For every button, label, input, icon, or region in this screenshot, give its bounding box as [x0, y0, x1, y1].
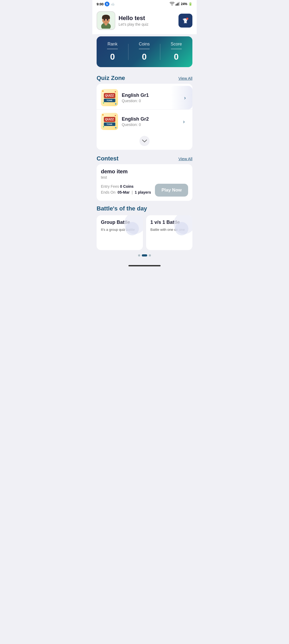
greeting-text: Hello test — [119, 15, 149, 22]
battle-card-deco-4 — [175, 222, 188, 235]
chevron-down-icon — [139, 136, 150, 146]
quiz-info-2: English Gr2 Question: 0 — [122, 116, 180, 127]
svg-rect-3 — [179, 2, 180, 6]
dot-3 — [149, 254, 151, 256]
ends-on-row: Ends On 05-Mar | 1 players — [101, 190, 151, 194]
header: Hello test Let's play the quiz ! — [92, 8, 197, 34]
quiz-chevron-1: › — [181, 93, 189, 102]
score-label: Score — [171, 42, 182, 47]
quiz-name-2: English Gr2 — [122, 116, 180, 122]
battery-display: 24% — [181, 2, 187, 6]
quiz-zone-card: QUIZZ TONE English Gr1 Question: 0 › QUI… — [97, 84, 192, 150]
stat-separator-1 — [128, 44, 128, 60]
quiz-item-2[interactable]: QUIZZ TONE English Gr2 Question: 0 › — [97, 110, 192, 133]
time-display: 9:00 — [97, 2, 104, 6]
status-left: 9:00 S ☁️ — [97, 2, 115, 6]
quiz-zone-title: Quiz Zone — [97, 75, 125, 82]
quiz-chevron-2: › — [180, 117, 188, 126]
svg-rect-1 — [177, 3, 177, 6]
coins-divider — [139, 49, 150, 49]
score-value: 0 — [171, 52, 182, 62]
status-right: 24% 🔋 — [170, 2, 192, 6]
dot-1 — [138, 254, 140, 256]
contest-details: Entry Fees 0 Coins Ends On 05-Mar | 1 pl… — [101, 184, 188, 197]
wifi-icon — [170, 2, 174, 6]
trophy-icon: ! — [182, 17, 189, 24]
rank-label: Rank — [107, 42, 118, 47]
contest-card: demo item test Entry Fees 0 Coins Ends O… — [97, 164, 192, 201]
dot-2-active — [142, 254, 147, 256]
quiz-questions-2: Question: 0 — [122, 122, 180, 127]
header-text: Hello test Let's play the quiz — [119, 15, 149, 26]
avatar-image — [98, 13, 114, 29]
battle-section: Battle's of the day Group Battle It's a … — [92, 203, 197, 250]
entry-fees-value: 0 Coins — [120, 184, 134, 189]
quiz-logo-text-1: QUIZZ — [104, 93, 115, 98]
svg-rect-0 — [176, 4, 176, 6]
contest-item-subtitle: test — [101, 175, 188, 179]
quiz-zone-view-all[interactable]: View All — [178, 76, 192, 80]
battle-title: Battle's of the day — [97, 205, 192, 212]
contest-title: Contest — [97, 155, 119, 162]
contest-item-name: demo item — [101, 168, 188, 175]
coins-value: 0 — [139, 52, 150, 62]
quiz-logo-badge-2: TONE — [104, 122, 115, 126]
notification-button[interactable]: ! — [178, 14, 192, 28]
battery-icon: 🔋 — [188, 2, 192, 6]
quiz-logo-text-2: QUIZZ — [104, 117, 115, 122]
svg-rect-2 — [178, 3, 178, 6]
group-battle-card[interactable]: Group Battle It's a group quiz battle — [97, 215, 143, 250]
rank-stat: Rank 0 — [107, 42, 118, 62]
home-indicator — [92, 263, 197, 269]
svg-rect-12 — [184, 22, 187, 23]
players-count: 1 players — [135, 190, 151, 194]
home-bar — [128, 265, 161, 266]
vs-battle-card[interactable]: 1 v/s 1 Battle Battle with one on one — [146, 215, 192, 250]
contest-header: Contest View All — [92, 152, 197, 164]
status-bar: 9:00 S ☁️ 24% 🔋 — [92, 0, 197, 8]
separator: | — [132, 190, 133, 194]
ends-on-label: Ends On — [101, 190, 115, 194]
quiz-logo-1: QUIZZ TONE — [101, 89, 118, 106]
battle-cards: Group Battle It's a group quiz battle 1 … — [97, 215, 192, 250]
svg-point-9 — [104, 19, 105, 21]
play-now-button[interactable]: Play Now — [155, 184, 188, 197]
quiz-arrow-bg-1: › — [171, 86, 192, 109]
stat-separator-2 — [160, 44, 160, 60]
dots-container — [92, 250, 197, 263]
quiz-logo-badge-1: TONE — [104, 99, 115, 102]
weather-icon: ☁️ — [111, 2, 115, 6]
contest-view-all[interactable]: View All — [178, 156, 192, 161]
quiz-logo-2: QUIZZ TONE — [101, 113, 118, 130]
rank-divider — [107, 49, 118, 49]
coins-label: Coins — [139, 42, 150, 47]
quiz-item-1[interactable]: QUIZZ TONE English Gr1 Question: 0 › — [97, 86, 192, 110]
rank-value: 0 — [107, 52, 118, 62]
entry-fees-row: Entry Fees 0 Coins — [101, 184, 151, 189]
svg-point-10 — [107, 19, 108, 21]
ends-on-date: 05-Mar — [117, 190, 130, 194]
avatar — [97, 11, 115, 30]
subtitle-text: Let's play the quiz — [119, 22, 149, 26]
score-divider — [171, 49, 182, 49]
s-icon: S — [105, 2, 109, 6]
entry-fees-label: Entry Fees — [101, 184, 119, 189]
score-stat: Score 0 — [171, 42, 182, 62]
stats-card: Rank 0 Coins 0 Score 0 — [97, 36, 192, 67]
header-left: Hello test Let's play the quiz — [97, 11, 149, 30]
coins-stat: Coins 0 — [139, 42, 150, 62]
expand-button[interactable] — [97, 133, 192, 148]
contest-info-block: Entry Fees 0 Coins Ends On 05-Mar | 1 pl… — [101, 184, 151, 196]
battle-card-deco-2 — [126, 222, 139, 235]
quiz-zone-header: Quiz Zone View All — [92, 71, 197, 84]
signal-icon — [176, 2, 180, 6]
